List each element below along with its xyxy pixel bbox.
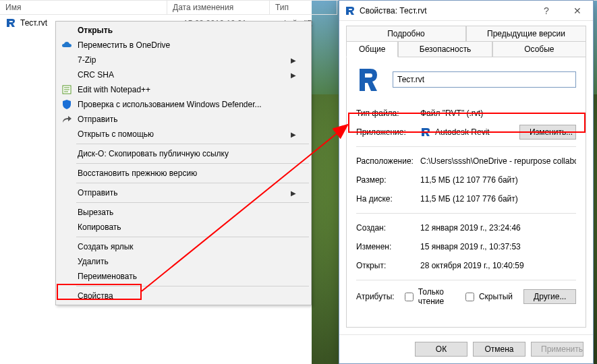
onedrive-icon	[61, 40, 72, 51]
label-location: Расположение:	[356, 156, 420, 166]
menu-open[interactable]: Открыть	[57, 23, 310, 38]
tab-previous[interactable]: Предыдущие версии	[466, 26, 586, 41]
tabs-row-1: Подробно Предыдущие версии	[339, 21, 593, 40]
tab-special[interactable]: Особые	[492, 41, 586, 57]
menu-open-with[interactable]: Открыть с помощью▶	[57, 127, 310, 142]
tabs-row-2: Общие Безопасность Особые	[339, 40, 593, 57]
menu-cut[interactable]: Вырезать	[57, 205, 310, 220]
context-menu: Открыть Переместить в OneDrive 7-Zip▶ CR…	[55, 21, 312, 305]
tab-details[interactable]: Подробно	[346, 26, 466, 41]
menu-restore[interactable]: Восстановить прежнюю версию	[57, 166, 310, 181]
other-attributes-button[interactable]: Другие...	[523, 289, 576, 304]
value-app: Autodesk Revit	[435, 127, 490, 137]
menu-separator	[76, 163, 309, 164]
hidden-checkbox-input[interactable]	[465, 293, 474, 301]
value-filetype: Файл "RVT" (.rvt)	[420, 109, 576, 118]
label-size: Размер:	[356, 175, 420, 185]
submenu-arrow-icon: ▶	[291, 131, 296, 138]
submenu-arrow-icon: ▶	[291, 71, 296, 79]
menu-separator	[76, 237, 309, 237]
menu-defender[interactable]: Проверка с использованием Windows Defend…	[57, 97, 310, 112]
label-filetype: Тип файла:	[356, 109, 420, 118]
notepad-icon	[61, 84, 72, 95]
menu-7zip[interactable]: 7-Zip▶	[57, 53, 310, 67]
tab-security[interactable]: Безопасность	[398, 41, 492, 57]
column-header-date[interactable]: Дата изменения	[167, 1, 270, 15]
share-icon	[61, 114, 72, 125]
file-name: Тест.rvt	[20, 18, 47, 28]
column-header-type[interactable]: Тип	[270, 1, 337, 15]
submenu-arrow-icon: ▶	[291, 189, 296, 197]
dialog-button-bar: ОК Отмена Применить	[339, 334, 593, 363]
filename-input[interactable]	[393, 71, 576, 88]
divider	[356, 146, 576, 147]
divider	[356, 280, 576, 280]
apply-button[interactable]: Применить	[531, 342, 584, 357]
menu-properties[interactable]: Свойства	[57, 289, 310, 303]
revit-big-icon	[356, 65, 380, 94]
value-modified: 15 января 2019 г., 10:37:53	[420, 242, 576, 251]
shield-icon	[61, 99, 72, 110]
menu-crc-sha[interactable]: CRC SHA▶	[57, 67, 310, 82]
value-location: C:\Users\sssh\OneDrive - repurpose colla…	[420, 156, 576, 166]
help-button[interactable]: ?	[531, 1, 562, 21]
dialog-title: Свойства: Тест.rvt	[360, 6, 427, 16]
tab-general[interactable]: Общие	[346, 41, 398, 57]
close-button[interactable]: ✕	[562, 1, 593, 21]
label-opened: Открыт:	[356, 261, 420, 270]
submenu-arrow-icon: ▶	[291, 57, 296, 64]
revit-app-icon	[345, 5, 356, 16]
revit-app-icon	[420, 127, 431, 138]
ok-button[interactable]: ОК	[415, 342, 467, 357]
tab-body: Тип файла:Файл "RVT" (.rvt) Приложение: …	[346, 57, 586, 328]
properties-dialog: Свойства: Тест.rvt ? ✕ Подробно Предыдущ…	[339, 0, 594, 364]
change-app-button[interactable]: Изменить...	[519, 125, 576, 140]
menu-move-onedrive[interactable]: Переместить в OneDrive	[57, 38, 310, 53]
menu-separator	[76, 144, 309, 144]
menu-separator	[76, 202, 309, 203]
value-size: 11,5 МБ (12 107 776 байт)	[420, 175, 576, 185]
readonly-checkbox[interactable]: Только чтение	[402, 287, 452, 306]
menu-edit-notepad[interactable]: Edit with Notepad++	[57, 82, 310, 97]
value-created: 12 января 2019 г., 23:24:46	[420, 223, 576, 233]
menu-send[interactable]: Отправить	[57, 112, 310, 127]
hidden-checkbox[interactable]: Скрытый	[463, 291, 513, 303]
menu-shortcut[interactable]: Создать ярлык	[57, 239, 310, 254]
label-modified: Изменен:	[356, 242, 420, 251]
menu-separator	[76, 183, 309, 183]
cancel-button[interactable]: Отмена	[473, 342, 525, 357]
divider	[356, 213, 576, 214]
file-row[interactable]: Тест.rvt	[5, 18, 47, 28]
readonly-checkbox-input[interactable]	[405, 293, 414, 301]
column-header-name[interactable]: Имя	[0, 1, 167, 15]
revit-file-icon	[5, 18, 16, 28]
menu-delete[interactable]: Удалить	[57, 254, 310, 269]
value-opened: 28 октября 2019 г., 10:40:59	[420, 261, 576, 270]
label-created: Создан:	[356, 223, 420, 233]
value-ondisk: 11,5 МБ (12 107 776 байт)	[420, 194, 576, 204]
dialog-title-bar[interactable]: Свойства: Тест.rvt ? ✕	[339, 1, 593, 21]
label-attributes: Атрибуты:	[356, 292, 402, 301]
menu-rename[interactable]: Переименовать	[57, 269, 310, 284]
menu-copy[interactable]: Копировать	[57, 220, 310, 235]
menu-separator	[76, 286, 309, 286]
menu-send2[interactable]: Отправить▶	[57, 185, 310, 200]
menu-disk-o[interactable]: Диск-О: Скопировать публичную ссылку	[57, 146, 310, 161]
label-app: Приложение:	[356, 127, 420, 137]
label-ondisk: На диске:	[356, 194, 420, 204]
